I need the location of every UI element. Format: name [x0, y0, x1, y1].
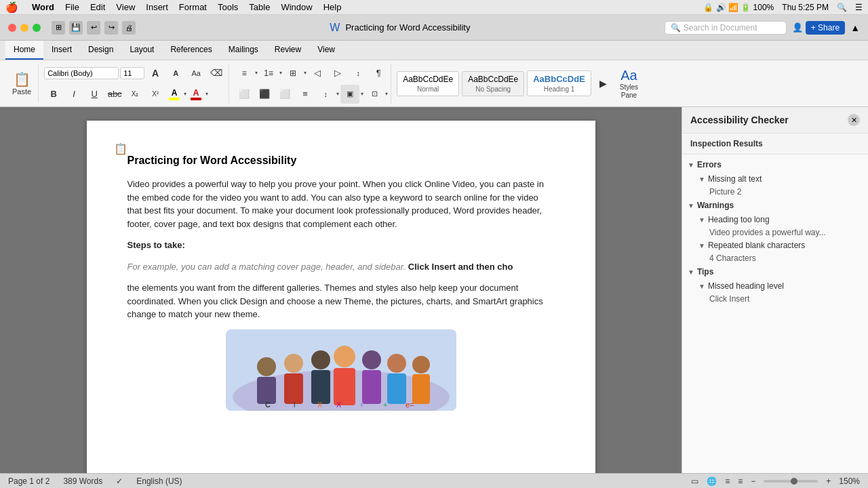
view-web-icon[interactable]: 🌐 [707, 476, 717, 486]
menu-edit[interactable]: Edit [90, 2, 105, 12]
repeated-blank-chars-item[interactable]: ▼ Repeated blank characters [682, 239, 868, 252]
highlight-dropdown[interactable]: ▾ [184, 91, 186, 97]
missed-heading-item[interactable]: ▼ Missed heading level [682, 279, 868, 293]
styles-more-button[interactable]: ▶ [594, 74, 613, 93]
share-button[interactable]: + Share [806, 21, 845, 35]
font-shrink-button[interactable]: A [166, 64, 185, 83]
menu-file[interactable]: File [65, 2, 79, 12]
spelling-icon[interactable]: ✓ [116, 476, 123, 486]
italic-button[interactable]: I [64, 85, 83, 104]
redo-icon[interactable]: ↪ [104, 21, 118, 35]
underline-button[interactable]: U [85, 85, 104, 104]
view-draft-icon[interactable]: ≡ [738, 476, 743, 486]
inspection-results-label: Inspection Results [682, 134, 868, 155]
undo-icon[interactable]: ↩ [87, 21, 100, 35]
numbering-button[interactable]: 1≡ [259, 64, 278, 83]
align-left-button[interactable]: ⬜ [235, 85, 254, 104]
sidebar-toggle-icon[interactable]: ⊞ [52, 21, 65, 35]
apple-menu[interactable]: 🍎 [5, 1, 18, 14]
account-icon[interactable]: 👤 [792, 22, 803, 33]
tab-home[interactable]: Home [5, 41, 43, 60]
shading-dropdown[interactable]: ▾ [361, 91, 363, 97]
menu-window[interactable]: Window [281, 2, 312, 12]
borders-button[interactable]: ⊡ [365, 85, 384, 104]
zoom-out-button[interactable]: − [751, 476, 755, 486]
search-bar[interactable]: 🔍 Search in Document [665, 21, 787, 35]
close-button[interactable] [8, 24, 16, 32]
line-spacing-button[interactable]: ↕ [316, 85, 335, 104]
tips-section-header[interactable]: ▼ Tips [682, 264, 868, 279]
picture-2-item[interactable]: Picture 2 [682, 186, 868, 198]
font-case-button[interactable]: Aa [186, 64, 205, 83]
styles-pane-button[interactable]: Aa StylesPane [616, 65, 642, 102]
paste-button[interactable]: 📋 Paste [8, 68, 35, 98]
font-name-input[interactable] [44, 67, 119, 79]
tab-review[interactable]: Review [267, 41, 309, 60]
menu-insert[interactable]: Insert [146, 2, 168, 12]
click-insert-item[interactable]: Click Insert [682, 293, 868, 305]
menu-help[interactable]: Help [323, 2, 342, 12]
borders-dropdown[interactable]: ▾ [385, 91, 388, 97]
bullets-button[interactable]: ≡ [235, 64, 254, 83]
multilevel-dropdown[interactable]: ▾ [304, 70, 307, 76]
control-strip-icon[interactable]: ☰ [855, 3, 863, 12]
align-right-button[interactable]: ⬜ [275, 85, 294, 104]
strikethrough-button[interactable]: abc [105, 85, 124, 104]
four-characters-item[interactable]: 4 Characters [682, 252, 868, 264]
show-marks-button[interactable]: ¶ [369, 64, 388, 83]
bullets-dropdown[interactable]: ▾ [255, 70, 258, 76]
menu-table[interactable]: Table [249, 2, 270, 12]
document-area[interactable]: 📋 Practicing for Word Accessibility Vide… [0, 107, 682, 473]
tab-references[interactable]: References [162, 41, 220, 60]
bold-button[interactable]: B [44, 85, 63, 104]
tab-insert[interactable]: Insert [43, 41, 80, 60]
zoom-slider[interactable] [764, 480, 818, 483]
tips-section: ▼ Tips ▼ Missed heading level Click Inse… [682, 264, 868, 305]
font-color-button[interactable]: A [188, 87, 204, 101]
numbering-dropdown[interactable]: ▾ [279, 70, 282, 76]
font-color-dropdown[interactable]: ▾ [205, 91, 208, 97]
font-grow-button[interactable]: A [146, 64, 165, 83]
align-center-button[interactable]: ⬛ [255, 85, 274, 104]
missing-alt-text-item[interactable]: ▼ Missing alt text [682, 172, 868, 186]
menu-tools[interactable]: Tools [218, 2, 238, 12]
maximize-button[interactable] [33, 24, 41, 32]
text-highlight-button[interactable]: A [166, 87, 182, 101]
subscript-button[interactable]: X₂ [125, 85, 144, 104]
save-icon[interactable]: 💾 [69, 21, 83, 35]
line-spacing-dropdown[interactable]: ▾ [336, 91, 339, 97]
heading-too-long-subitem[interactable]: Video provides a powerful way... [682, 226, 868, 239]
document-body: Video provides a powerful way to help yo… [127, 178, 555, 321]
style-heading1-button[interactable]: AaBbCcDdE Heading 1 [527, 70, 591, 96]
shading-button[interactable]: ▣ [340, 85, 359, 104]
font-size-input[interactable] [120, 67, 144, 79]
heading-too-long-item[interactable]: ▼ Heading too long [682, 213, 868, 226]
minimize-button[interactable] [20, 24, 28, 32]
tab-layout[interactable]: Layout [121, 41, 162, 60]
errors-section-header[interactable]: ▼ Errors [682, 157, 868, 172]
view-normal-icon[interactable]: ▭ [691, 476, 698, 486]
multilevel-button[interactable]: ⊞ [283, 64, 302, 83]
ribbon-collapse-button[interactable]: ▲ [850, 22, 860, 33]
insert-text: Click Insert and then cho [408, 262, 513, 272]
decrease-indent-button[interactable]: ◁ [308, 64, 327, 83]
clear-format-button[interactable]: ⌫ [207, 64, 226, 83]
tab-mailings[interactable]: Mailings [220, 41, 267, 60]
menu-format[interactable]: Format [179, 2, 207, 12]
sort-button[interactable]: ↕ [349, 64, 368, 83]
tab-design[interactable]: Design [80, 41, 121, 60]
menu-view[interactable]: View [116, 2, 135, 12]
increase-indent-button[interactable]: ▷ [328, 64, 347, 83]
spotlight-icon[interactable]: 🔍 [837, 3, 847, 12]
zoom-in-button[interactable]: + [826, 476, 831, 486]
warnings-section-header[interactable]: ▼ Warnings [682, 198, 868, 213]
tab-view[interactable]: View [309, 41, 343, 60]
svg-text:l: l [294, 401, 295, 409]
style-nospacing-button[interactable]: AaBbCcDdEe No Spacing [462, 71, 524, 96]
print-icon[interactable]: 🖨 [122, 21, 136, 35]
view-outline-icon[interactable]: ≡ [725, 476, 730, 486]
panel-close-button[interactable]: ✕ [848, 114, 860, 126]
style-normal-button[interactable]: AaBbCcDdEe Normal [397, 71, 459, 96]
superscript-button[interactable]: X² [146, 85, 165, 104]
justify-button[interactable]: ≡ [296, 85, 315, 104]
